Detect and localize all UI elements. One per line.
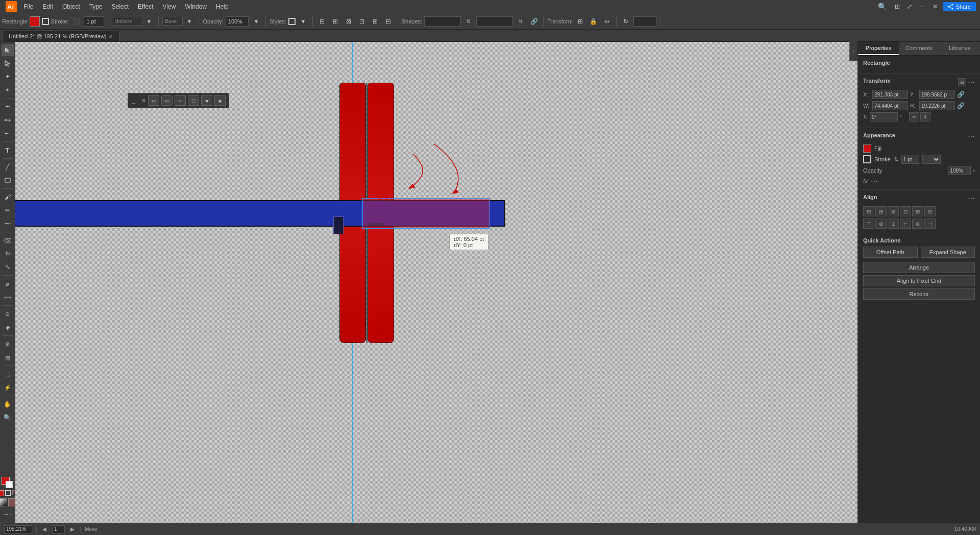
drag-handle[interactable] — [333, 216, 344, 234]
tab-libraries[interactable]: Libraries — [939, 42, 980, 55]
arrange-windows-icon[interactable]: ⊞ — [893, 3, 902, 10]
y-input[interactable] — [919, 90, 955, 99]
float-custom-btn[interactable]: ◈ — [214, 95, 226, 106]
symbol-tool[interactable]: ⊛ — [2, 338, 14, 350]
graph-tool[interactable]: ▤ — [2, 351, 14, 363]
align-center-v-icon[interactable]: ⊞ — [370, 16, 381, 27]
mesh-tool[interactable] — [8, 498, 16, 506]
stroke-swatch[interactable] — [863, 155, 871, 163]
fullscreen-icon[interactable]: ⤢ — [905, 3, 914, 10]
float-star-btn[interactable]: ★ — [201, 95, 212, 106]
doc-tab-close[interactable]: ✕ — [109, 34, 113, 39]
h-input[interactable] — [919, 101, 955, 110]
profile-display[interactable]: Basic — [162, 17, 183, 26]
height-input[interactable]: 19.2226 pt — [476, 16, 513, 27]
type-tool[interactable]: T — [2, 144, 14, 156]
artboard-num-input[interactable] — [52, 525, 65, 533]
float-rect-btn[interactable]: ▭ — [148, 95, 159, 106]
chain-wh-icon[interactable]: 🔗 — [957, 102, 965, 109]
search-icon[interactable]: 🔍 — [875, 3, 890, 11]
menu-window[interactable]: Window — [181, 2, 211, 11]
flip-h-btn[interactable]: ⇔ — [909, 112, 919, 121]
close-icon[interactable]: ✕ — [930, 3, 940, 10]
fill-color-swatch[interactable] — [30, 16, 40, 27]
opacity-input[interactable] — [226, 16, 249, 27]
x-input[interactable] — [872, 90, 908, 99]
transform-grid-icon[interactable]: ⊞ — [575, 16, 586, 27]
dist-bottom-btn[interactable]: ⊥ — [888, 218, 899, 229]
menu-file[interactable]: File — [19, 2, 37, 11]
opacity-dropdown-icon[interactable]: ▾ — [251, 16, 262, 27]
stroke-type-select[interactable]: — — [922, 155, 941, 164]
float-polygon-btn[interactable]: ⬡ — [188, 95, 199, 106]
direct-selection-tool[interactable] — [2, 57, 14, 69]
width-input[interactable]: 74.4404 pt — [424, 16, 461, 27]
menu-view[interactable]: View — [159, 2, 180, 11]
rotate-tool[interactable]: ↻ — [2, 248, 14, 260]
shaper-tool[interactable]: 〜 — [2, 217, 14, 230]
float-rounded-rect-btn[interactable]: ▭ — [161, 95, 173, 106]
prev-artboard-btn[interactable]: ◀ — [41, 526, 48, 532]
opacity-field[interactable] — [948, 166, 971, 175]
align-top-icon[interactable]: ⊡ — [356, 16, 368, 27]
align-top-edges-btn[interactable]: ⊡ — [900, 206, 911, 216]
align-center-v-btn[interactable]: ⊞ — [912, 206, 923, 216]
paintbrush-tool[interactable]: 🖌 — [2, 191, 14, 203]
minimize-icon[interactable]: — — [917, 3, 927, 10]
warp-tool[interactable]: ⌀ — [2, 278, 14, 290]
line-tool[interactable]: ╱ — [2, 161, 14, 173]
fx-label[interactable]: fx — [863, 178, 868, 185]
menu-type[interactable]: Type — [85, 2, 107, 11]
transform-grid-btn[interactable]: ⊞ — [958, 78, 966, 86]
width-arrows[interactable]: ⇅ — [463, 16, 474, 27]
opacity-expand-icon[interactable]: › — [973, 167, 975, 174]
share-button[interactable]: Share — [943, 2, 976, 11]
fill-box[interactable] — [0, 490, 4, 496]
stroke-type-dropdown[interactable]: ▾ — [143, 16, 155, 27]
transform-more-btn[interactable]: ⋯ — [968, 78, 975, 86]
offset-path-btn[interactable]: Offset Path — [863, 247, 918, 258]
dist-v-center-btn[interactable]: ⊕ — [875, 218, 887, 229]
recolor-btn[interactable]: Recolor — [863, 288, 975, 300]
align-right-icon[interactable]: ⊠ — [343, 16, 354, 27]
arrange-btn[interactable]: Arrange — [863, 262, 975, 273]
add-anchor-tool[interactable]: ✒+ — [2, 114, 14, 126]
expand-shape-btn[interactable]: Expand Shape — [921, 247, 975, 258]
fill-swatch[interactable] — [863, 144, 871, 153]
more-tools[interactable]: ⋯ — [2, 508, 14, 521]
zoom-tool[interactable]: 🔍 — [2, 411, 14, 424]
stroke-color-swatch[interactable] — [42, 18, 49, 25]
foreground-background-colors[interactable] — [2, 477, 14, 489]
transform-lock-icon[interactable]: 🔒 — [588, 16, 599, 27]
profile-dropdown[interactable]: ▾ — [184, 16, 195, 27]
stroke-width-input[interactable] — [84, 16, 104, 27]
blend-tool[interactable]: ◈ — [2, 321, 14, 333]
height-arrows[interactable]: ⇅ — [515, 16, 526, 27]
chain-xy-icon[interactable]: 🔗 — [957, 91, 965, 98]
hand-tool[interactable]: ✋ — [2, 398, 14, 410]
align-right-edges-btn[interactable]: ⊠ — [888, 206, 899, 216]
align-center-h-icon[interactable]: ⊞ — [330, 16, 341, 27]
menu-edit[interactable]: Edit — [38, 2, 57, 11]
fx-more-btn[interactable]: ⋯ — [871, 177, 878, 185]
align-left-icon[interactable]: ⊟ — [316, 16, 328, 27]
align-bottom-edges-btn[interactable]: ⊟ — [924, 206, 936, 216]
artboard-tool[interactable]: ⬚ — [2, 368, 14, 380]
float-ellipse-btn[interactable]: ○ — [175, 95, 186, 106]
align-left-edges-btn[interactable]: ⊟ — [863, 206, 874, 216]
lasso-tool[interactable]: ⌖ — [2, 84, 14, 96]
menu-object[interactable]: Object — [58, 2, 84, 11]
slice-tool[interactable]: ⚡ — [2, 381, 14, 394]
width-tool[interactable]: ⟺ — [2, 291, 14, 303]
align-bottom-icon[interactable]: ⊟ — [383, 16, 394, 27]
flip-v-btn[interactable]: ⇕ — [920, 112, 930, 121]
rotate-input[interactable] — [870, 112, 898, 121]
tab-properties[interactable]: Properties — [858, 42, 899, 55]
styles-dropdown-icon[interactable]: ▾ — [298, 16, 309, 27]
zoom-input[interactable] — [4, 525, 32, 533]
canvas-area[interactable]: _ ✕ ▭ ▭ ○ ⬡ ★ ◈ dX: 65.04 pt dY: 0 pt — [15, 42, 857, 523]
document-tab[interactable]: Untitled-2* @ 195.21 % (RGB/Preview) ✕ — [2, 31, 119, 42]
pen-tool[interactable]: ✒ — [2, 101, 14, 113]
transform-more-icon[interactable]: ⇔ — [601, 16, 612, 27]
dist-right-btn[interactable]: ⊣ — [924, 218, 936, 229]
